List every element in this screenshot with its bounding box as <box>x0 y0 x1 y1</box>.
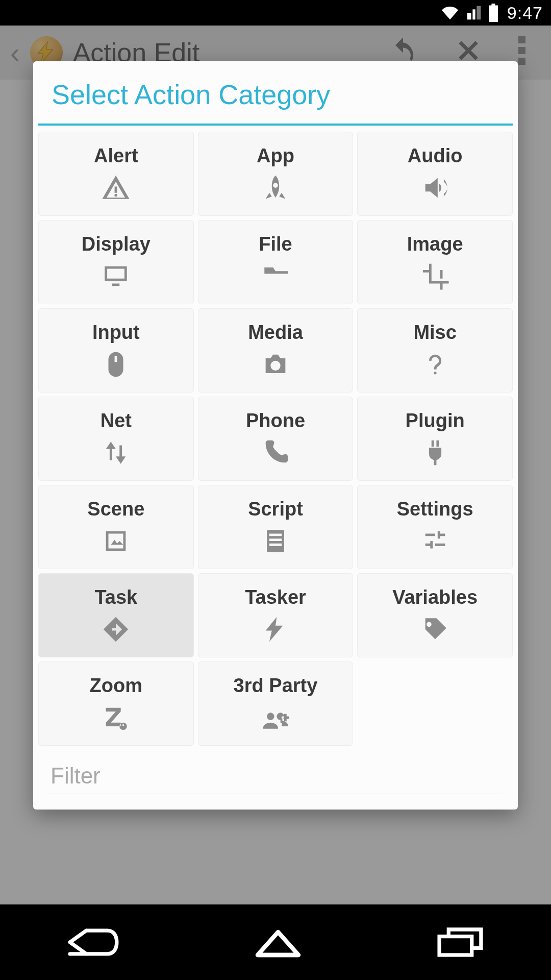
category-tile-label: Variables <box>392 586 478 608</box>
status-time: 9:47 <box>507 3 543 23</box>
category-tile-scene[interactable]: Scene <box>38 485 194 569</box>
android-nav-bar <box>0 904 551 980</box>
zoom-z-icon <box>101 703 131 732</box>
category-tile-3rd-party[interactable]: 3rd Party <box>198 662 354 746</box>
select-action-category-dialog: Select Action Category AlertAppAudioDisp… <box>33 61 518 810</box>
category-tile-variables[interactable]: Variables <box>357 573 513 657</box>
crop-icon <box>420 261 450 291</box>
category-tile-misc[interactable]: Misc <box>357 308 513 393</box>
category-tile-label: Settings <box>397 498 473 520</box>
folder-icon <box>261 261 290 291</box>
category-tile-media[interactable]: Media <box>198 308 354 393</box>
category-tile-label: Script <box>248 498 303 520</box>
lightning-icon <box>261 615 290 644</box>
category-tile-label: Phone <box>246 410 305 432</box>
category-tile-label: File <box>259 233 292 255</box>
category-tile-label: Plugin <box>406 410 465 432</box>
warning-icon <box>101 173 131 203</box>
status-bar: 9:47 <box>0 0 551 26</box>
category-tile-label: Tasker <box>245 586 306 608</box>
category-tile-label: Display <box>82 233 151 255</box>
nav-recent-button[interactable] <box>435 924 486 960</box>
category-tile-label: Input <box>92 322 140 344</box>
category-tile-app[interactable]: App <box>198 132 354 216</box>
diamond-arrow-icon <box>101 615 131 644</box>
category-tile-label: Scene <box>87 498 144 520</box>
category-tile-phone[interactable]: Phone <box>198 397 354 481</box>
plug-icon <box>420 438 450 468</box>
nav-home-button[interactable] <box>253 924 304 960</box>
category-tile-image[interactable]: Image <box>357 220 513 304</box>
category-tile-settings[interactable]: Settings <box>357 485 513 569</box>
battery-icon <box>488 4 499 22</box>
filter-input[interactable] <box>48 760 503 794</box>
category-tile-plugin[interactable]: Plugin <box>357 397 513 481</box>
tag-icon <box>420 615 450 644</box>
updown-icon <box>101 438 131 468</box>
category-grid: AlertAppAudioDisplayFileImageInputMediaM… <box>33 126 518 755</box>
category-tile-label: Misc <box>413 322 456 344</box>
category-tile-task[interactable]: Task <box>38 573 194 657</box>
category-tile-label: Task <box>94 586 137 608</box>
category-tile-audio[interactable]: Audio <box>357 132 513 216</box>
category-tile-label: Image <box>407 233 463 255</box>
category-tile-input[interactable]: Input <box>38 308 194 393</box>
monitor-icon <box>101 261 131 291</box>
dialog-title: Select Action Category <box>52 79 499 110</box>
category-tile-label: Alert <box>94 145 138 167</box>
category-tile-alert[interactable]: Alert <box>38 132 194 216</box>
mouse-icon <box>101 350 131 379</box>
group-add-icon <box>261 703 290 732</box>
speaker-icon <box>420 173 450 203</box>
category-tile-display[interactable]: Display <box>38 220 194 304</box>
camera-icon <box>261 350 290 379</box>
category-tile-tasker[interactable]: Tasker <box>198 573 354 657</box>
question-icon <box>420 350 450 379</box>
category-tile-label: Media <box>248 322 303 344</box>
rocket-icon <box>261 173 290 203</box>
category-tile-script[interactable]: Script <box>198 485 354 569</box>
nav-back-button[interactable] <box>65 924 121 960</box>
phone-icon <box>261 438 290 468</box>
category-tile-label: Audio <box>408 145 463 167</box>
category-tile-label: Zoom <box>90 675 142 697</box>
category-tile-label: Net <box>101 410 132 432</box>
category-tile-label: App <box>257 145 294 167</box>
category-tile-zoom[interactable]: Zoom <box>38 662 194 746</box>
sliders-icon <box>420 526 450 556</box>
wifi-icon <box>440 5 460 21</box>
category-tile-label: 3rd Party <box>234 675 318 697</box>
cell-signal-icon <box>465 5 483 21</box>
category-tile-file[interactable]: File <box>198 220 354 304</box>
svg-rect-3 <box>439 937 472 955</box>
category-tile-net[interactable]: Net <box>38 397 194 481</box>
picture-icon <box>101 526 131 556</box>
document-icon <box>261 526 290 556</box>
